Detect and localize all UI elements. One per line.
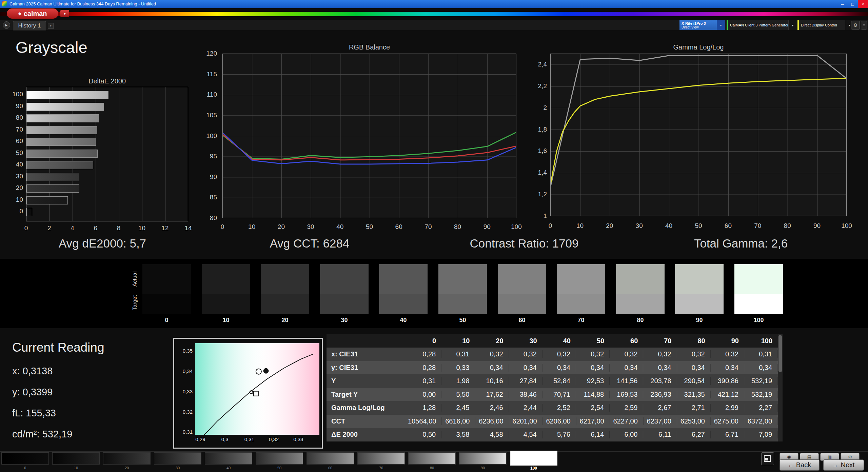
gear-icon[interactable]: ⚙ (851, 21, 860, 29)
target-swatch (202, 294, 250, 314)
axis-label: 100 (4, 91, 23, 98)
table-row: y: CIE310,280,330,340,340,340,340,340,34… (327, 361, 778, 375)
pattern-level-button[interactable] (256, 452, 303, 465)
display-name: Direct Display Control (801, 23, 843, 27)
stat-avg-de2000: Avg dE2000: 5,7 (14, 237, 191, 250)
table-row-label: y: CIE31 (327, 364, 408, 372)
table-cell: 2,67 (643, 404, 677, 412)
pattern-level-button[interactable] (459, 452, 507, 465)
axis-label: 50 (4, 149, 23, 157)
axis-label: 100 (195, 132, 217, 140)
table-cell: 2,46 (475, 404, 509, 412)
pattern-level-button[interactable] (103, 452, 151, 465)
pattern-window-button[interactable] (761, 452, 774, 465)
stat-contrast-ratio: Contrast Ratio: 1709 (436, 237, 612, 250)
menu-icon[interactable]: ≡ (861, 21, 867, 29)
table-cell: 0,32 (542, 350, 576, 358)
axis-label: 100 (839, 222, 855, 230)
actual-swatch (498, 264, 546, 294)
page-title: Grayscale (16, 38, 87, 57)
swatch-level-label: 60 (498, 317, 546, 324)
display-selector[interactable]: Direct Display Control ▾ (797, 20, 853, 30)
table-row: Gamma Log/Log1,282,452,462,442,522,542,5… (327, 401, 778, 415)
table-cell: 6201,00 (509, 417, 543, 425)
cie-axis-label: 0,29 (192, 436, 209, 442)
table-cell: 52,84 (542, 377, 576, 385)
gridline (142, 87, 142, 221)
table-row: x: CIE310,280,310,320,320,320,320,320,32… (327, 348, 778, 361)
table-cell: 0,31 (744, 350, 778, 358)
table-cell: 0,34 (610, 364, 643, 372)
swatch-level-label: 100 (734, 317, 783, 324)
rgb-balance-svg (223, 54, 516, 218)
table-cell: 6217,00 (576, 417, 610, 425)
meter-dropdown-icon[interactable]: ▾ (717, 20, 725, 30)
history-nav-button[interactable]: ▶ (3, 21, 10, 29)
title-bar: Calman 2025 Calman Ultimate for Business… (0, 0, 868, 8)
table-cell: 6,14 (576, 431, 610, 438)
table-scrollbar[interactable] (778, 334, 783, 441)
target-swatch (261, 294, 309, 314)
maximize-button[interactable]: □ (848, 0, 858, 8)
deltae-bar (26, 138, 96, 146)
swatch-level-label: 80 (616, 317, 665, 324)
pattern-level-label: 30 (154, 466, 201, 470)
source-selector[interactable]: CalMAN Client 3 Pattern Generator ▾ (727, 20, 797, 30)
table-cell: 0,34 (576, 364, 610, 372)
table-column-header: 20 (475, 337, 509, 345)
actual-swatch (261, 264, 309, 294)
pattern-level-label: 20 (103, 466, 151, 470)
table-cell: 2,45 (441, 404, 475, 412)
table-cell: 0,34 (711, 364, 744, 372)
table-column-header: 50 (576, 337, 610, 345)
pattern-level-button[interactable] (52, 452, 100, 465)
axis-label: 85 (195, 194, 217, 201)
table-cell: 0,50 (408, 431, 441, 438)
axis-label: 6 (87, 224, 104, 232)
axis-label: 4 (64, 224, 81, 232)
table-cell: 0,28 (408, 364, 441, 372)
source-dropdown-icon[interactable]: ▾ (788, 20, 797, 30)
table-row: ΔE 20000,503,584,584,545,766,146,006,116… (327, 428, 778, 441)
pattern-level-button[interactable] (307, 452, 354, 465)
table-cell: 0,32 (475, 350, 509, 358)
table-cell: 532,19 (744, 391, 778, 398)
axis-label: 20 (273, 223, 289, 231)
axis-label: 90 (809, 222, 825, 230)
pattern-level-button[interactable] (154, 452, 201, 465)
back-button[interactable]: ← Back (780, 459, 820, 471)
table-cell: 0,34 (509, 364, 542, 372)
calman-logo[interactable]: ◆ calman (7, 8, 58, 19)
tab-history-1[interactable]: History 1 (13, 21, 46, 31)
table-cell: 169,53 (610, 391, 643, 398)
target-swatch (320, 294, 369, 314)
next-button[interactable]: → Next (823, 459, 864, 471)
actual-swatch (734, 264, 783, 294)
table-scrollbar-thumb[interactable] (778, 335, 782, 372)
table-cell: 10,16 (475, 377, 509, 385)
table-row-label: ΔE 2000 (327, 431, 408, 438)
table-cell: 141,56 (610, 377, 643, 385)
pattern-level-button[interactable] (357, 452, 405, 465)
axis-label: 70 (420, 223, 436, 231)
table-row: Target Y0,005,5017,6238,4670,71114,88169… (327, 388, 778, 401)
table-cell: 2,52 (542, 404, 576, 412)
axis-label: 0 (542, 222, 558, 230)
table-cell: 27,84 (509, 377, 542, 385)
pattern-level-button[interactable] (1, 452, 49, 465)
tab-options-button[interactable]: ▾ (48, 23, 54, 29)
pattern-window-icon (764, 455, 771, 462)
deltae-chart-title: DeltaE 2000 (26, 77, 188, 85)
close-button[interactable]: × (858, 0, 868, 8)
target-swatch (675, 294, 724, 314)
calman-menu-button[interactable]: ▾ (60, 10, 69, 17)
table-cell: 421,12 (711, 391, 744, 398)
cie-axis-label: 0,32 (265, 436, 282, 442)
pattern-level-button[interactable] (205, 452, 252, 465)
pattern-level-button[interactable] (510, 451, 557, 466)
meter-selector[interactable]: X-Rite i1Pro 3 Direct View ▾ (679, 20, 725, 30)
minimize-button[interactable]: ─ (837, 0, 848, 8)
pattern-level-button[interactable] (408, 452, 456, 465)
rgb-chart-title: RGB Balance (222, 43, 516, 51)
calman-logo-text: calman (24, 10, 47, 18)
